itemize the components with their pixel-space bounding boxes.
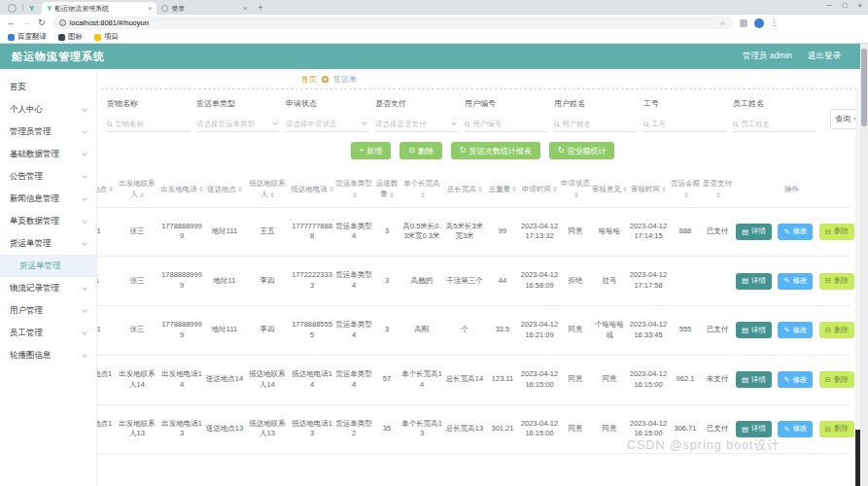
table-header-cell[interactable]: 申请状态 — [560, 171, 591, 207]
sidebar-item[interactable]: 基础数据管理 — [0, 143, 96, 165]
table-header-cell[interactable]: 是否支付 — [702, 171, 733, 207]
sidebar-item[interactable]: 个人中心 — [0, 98, 96, 121]
table-header-cell[interactable]: 审核时间 — [628, 171, 669, 207]
edit-button[interactable]: 修改 — [778, 224, 813, 240]
sort-icon[interactable] — [353, 191, 357, 199]
page-scrollbar-thumb[interactable] — [861, 49, 867, 126]
delete-button[interactable]: 删除 — [819, 224, 854, 240]
table-header-cell[interactable]: 货运单类型 — [334, 171, 373, 207]
sidebar-item[interactable]: 员工管理 — [0, 322, 96, 344]
minimize-button[interactable]: ─ — [827, 1, 832, 10]
delete-button[interactable]: 删除 — [819, 421, 854, 437]
table-header-cell[interactable]: 审核意见 — [591, 171, 628, 207]
detail-button[interactable]: 详情 — [736, 421, 772, 437]
browser-tab-active[interactable]: Y 船运物流管理系统 × — [42, 2, 156, 15]
sort-icon[interactable] — [684, 191, 688, 199]
sidebar-item[interactable]: 管理员管理 — [0, 121, 96, 143]
sort-icon[interactable] — [421, 191, 425, 199]
bookmark-star-icon[interactable]: ☆ — [719, 19, 725, 27]
toolbar-button[interactable]: 营业额统计 — [549, 142, 615, 159]
tab-search-icon[interactable] — [8, 4, 17, 13]
toolbar-button[interactable]: 新增 — [351, 142, 392, 159]
field-control[interactable] — [196, 116, 279, 132]
field-input[interactable] — [741, 120, 816, 128]
forward-icon[interactable]: → — [22, 18, 31, 27]
field-input[interactable] — [472, 120, 547, 128]
edit-button[interactable]: 修改 — [778, 273, 813, 290]
sort-icon[interactable] — [662, 185, 666, 193]
sidebar-item[interactable]: 新闻信息管理 — [0, 188, 96, 210]
field-control[interactable] — [465, 116, 547, 132]
detail-button[interactable]: 详情 — [736, 371, 772, 388]
field-input[interactable] — [286, 120, 360, 128]
edit-button[interactable]: 修改 — [778, 421, 813, 437]
table-header-cell[interactable]: 运送数量 — [373, 171, 400, 207]
refresh-icon[interactable]: ↻ — [38, 18, 46, 27]
sort-icon[interactable] — [623, 185, 627, 193]
bookmark-item[interactable]: 项目 — [94, 32, 119, 42]
page-scrollbar[interactable] — [860, 44, 868, 486]
edit-button[interactable]: 修改 — [778, 371, 813, 388]
tab-close-icon[interactable]: × — [148, 5, 152, 12]
field-input[interactable] — [651, 120, 726, 128]
sidebar-item[interactable]: 轮播图信息 — [0, 344, 96, 366]
sort-icon[interactable] — [574, 191, 578, 199]
table-header-cell[interactable]: 申请时间 — [519, 171, 560, 207]
url-text[interactable]: localhost:8081/#/huoyun — [70, 18, 149, 27]
bookmark-item[interactable]: 百度翻译 — [8, 32, 47, 42]
url-bar[interactable]: i localhost:8081/#/huoyun ☆ — [52, 17, 733, 29]
browser-menu-icon[interactable]: ⋮ — [771, 18, 779, 27]
profile-avatar[interactable] — [754, 18, 764, 28]
current-user-label[interactable]: 管理员 admin — [743, 51, 792, 62]
toolbar-button[interactable]: 删除 — [399, 142, 442, 159]
field-control[interactable] — [554, 116, 637, 132]
pinned-tab-favicon[interactable]: Y — [29, 4, 34, 13]
table-header-cell[interactable]: 总重量 — [486, 171, 519, 207]
table-header-cell[interactable]: 出发地点 — [97, 171, 115, 207]
close-button[interactable]: × — [858, 1, 862, 10]
detail-button[interactable]: 详情 — [736, 224, 772, 240]
sort-icon[interactable] — [140, 191, 144, 199]
field-input[interactable] — [115, 120, 190, 128]
table-header-cell[interactable]: 出发地联系人 — [115, 171, 159, 207]
delete-button[interactable]: 删除 — [819, 322, 854, 338]
table-header-cell[interactable]: 单个长宽高 — [400, 171, 443, 207]
logout-button[interactable]: 退出登录 — [808, 51, 841, 62]
sort-icon[interactable] — [109, 185, 113, 193]
site-info-icon[interactable]: i — [59, 19, 66, 26]
field-control[interactable] — [733, 116, 816, 132]
sort-icon[interactable] — [390, 191, 394, 199]
sort-icon[interactable] — [553, 185, 557, 193]
detail-button[interactable]: 详情 — [736, 273, 772, 290]
extensions-icon[interactable] — [740, 19, 747, 27]
sidebar-item[interactable]: 单页数据管理 — [0, 210, 96, 232]
table-header-cell[interactable]: 送达地点 — [204, 171, 245, 207]
back-icon[interactable]: ← — [7, 18, 16, 27]
sort-icon[interactable] — [330, 185, 333, 193]
sidebar-item[interactable]: 首页 — [0, 76, 96, 98]
bookmark-item[interactable]: 图标 — [58, 32, 83, 42]
detail-button[interactable]: 详情 — [736, 322, 772, 338]
sort-icon[interactable] — [478, 185, 482, 193]
sort-icon[interactable] — [199, 185, 203, 193]
table-header-cell[interactable]: 货运金额 — [669, 171, 702, 207]
sort-icon[interactable] — [512, 185, 516, 193]
breadcrumb-home-link[interactable]: 首页 — [301, 74, 317, 85]
sidebar-item[interactable]: 用户管理 — [0, 299, 96, 322]
browser-tab-login[interactable]: 登录 × — [156, 2, 252, 15]
field-control[interactable] — [375, 116, 458, 132]
field-input[interactable] — [562, 120, 637, 128]
field-control[interactable] — [107, 116, 190, 132]
sidebar-item[interactable]: 货运单管理 — [0, 255, 96, 277]
field-control[interactable] — [286, 116, 368, 132]
toolbar-button[interactable]: 货运次数统计报表 — [451, 142, 540, 159]
table-header-cell[interactable]: 总长宽高 — [443, 171, 486, 207]
sidebar-item[interactable]: 物流记录管理 — [0, 277, 96, 299]
sidebar-item[interactable]: 公告管理 — [0, 165, 96, 188]
sidebar-item[interactable]: 货运单管理 — [0, 232, 96, 255]
table-header-cell[interactable]: 操作 — [733, 171, 851, 207]
sort-icon[interactable] — [270, 191, 274, 199]
table-header-cell[interactable]: 抵达地电话 — [290, 171, 334, 207]
tab-close-icon[interactable]: × — [243, 5, 247, 12]
field-input[interactable] — [196, 120, 270, 128]
